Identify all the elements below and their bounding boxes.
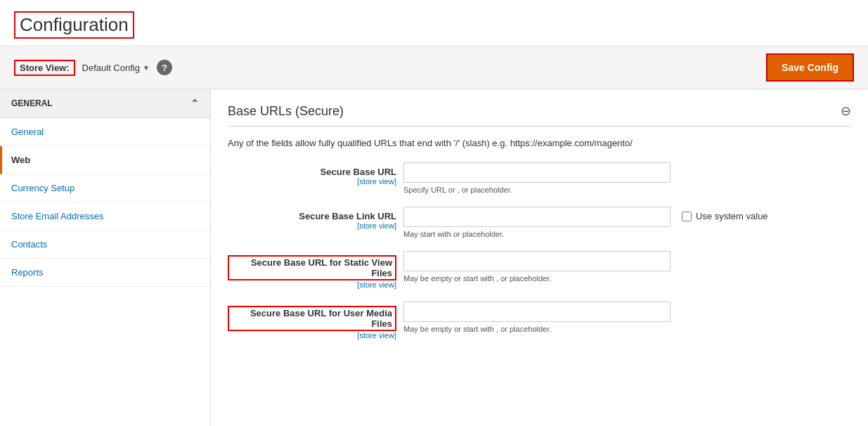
field-control-group: Specify URL or , or placeholder.	[403, 162, 851, 194]
store-view-dropdown[interactable]: Default Config ▼	[82, 63, 150, 73]
page-header: Configuration	[0, 0, 868, 46]
secure-base-url-input[interactable]	[403, 162, 671, 183]
sidebar-item-web[interactable]: Web	[0, 146, 210, 174]
sidebar-item-label: General	[11, 127, 44, 137]
secure-base-url-static-input[interactable]	[403, 251, 671, 271]
secure-base-link-url-input[interactable]	[403, 207, 671, 227]
sidebar-item-label: Contacts	[11, 239, 47, 250]
help-icon[interactable]: ?	[157, 60, 172, 75]
field-hint: May be empty or start with , or placehol…	[403, 274, 851, 283]
sidebar-item-currency-setup[interactable]: Currency Setup	[0, 174, 210, 202]
field-secure-base-url-static: Secure Base URL for Static View Files [s…	[228, 251, 851, 289]
sidebar-item-label: Currency Setup	[11, 183, 75, 193]
content-area: Base URLs (Secure) ⊖ Any of the fields a…	[211, 89, 868, 426]
field-sub-label: [store view]	[228, 221, 396, 230]
sidebar-item-label: Reports	[11, 267, 44, 278]
sidebar-section-general[interactable]: GENERAL ⌃	[0, 89, 210, 118]
secure-base-url-media-input[interactable]	[403, 302, 671, 322]
use-system-value-checkbox[interactable]	[682, 212, 692, 221]
field-sub-label: [store view]	[228, 177, 396, 186]
store-view-label: Store View:	[14, 60, 75, 76]
field-label-group: Secure Base Link URL [store view]	[228, 207, 396, 230]
main-content: GENERAL ⌃ General Web Currency Setup Sto…	[0, 89, 868, 426]
field-sub-label: [store view]	[228, 280, 396, 289]
field-secure-base-url-media: Secure Base URL for User Media Files [st…	[228, 302, 851, 340]
field-secure-base-link-url: Secure Base Link URL [store view] May st…	[228, 207, 851, 238]
field-control-group: May be empty or start with , or placehol…	[403, 302, 851, 333]
use-system-value-option: Use system value	[682, 207, 768, 221]
collapse-button[interactable]: ⊖	[841, 103, 851, 119]
page-title: Configuration	[14, 11, 134, 39]
section-header: Base URLs (Secure) ⊖	[228, 103, 851, 127]
sidebar-item-label: Store Email Addresses	[11, 211, 104, 221]
sidebar-section-label: GENERAL	[11, 98, 53, 108]
toolbar: Store View: Default Config ▼ ? Save Conf…	[0, 46, 868, 89]
sidebar-item-store-email-addresses[interactable]: Store Email Addresses	[0, 202, 210, 231]
field-row-with-side: May start with or placeholder. Use syste…	[403, 207, 768, 238]
field-control-group: May be empty or start with , or placehol…	[403, 251, 851, 283]
field-label-group: Secure Base URL [store view]	[228, 162, 396, 186]
section-description: Any of the fields allow fully qualified …	[228, 138, 851, 148]
field-sub-label: [store view]	[228, 331, 396, 340]
sidebar-item-label: Web	[11, 155, 30, 165]
sidebar: GENERAL ⌃ General Web Currency Setup Sto…	[0, 89, 211, 426]
field-label-group: Secure Base URL for User Media Files [st…	[228, 302, 396, 340]
field-label-group: Secure Base URL for Static View Files [s…	[228, 251, 396, 289]
chevron-up-icon: ⌃	[190, 98, 199, 109]
field-label: Secure Base Link URL	[228, 211, 396, 221]
field-hint: Specify URL or , or placeholder.	[403, 186, 851, 194]
section-title: Base URLs (Secure)	[228, 104, 344, 119]
field-control-group: May start with or placeholder.	[403, 207, 671, 238]
save-config-button[interactable]: Save Config	[766, 53, 854, 82]
chevron-down-icon: ▼	[143, 64, 150, 72]
sidebar-item-general[interactable]: General	[0, 118, 210, 146]
sidebar-item-reports[interactable]: Reports	[0, 259, 210, 287]
use-system-value-label: Use system value	[696, 211, 768, 221]
field-hint: May be empty or start with , or placehol…	[403, 325, 851, 333]
store-view-value: Default Config	[82, 63, 140, 73]
field-label: Secure Base URL for Static View Files	[228, 255, 396, 280]
field-hint: May start with or placeholder.	[403, 230, 671, 238]
field-label: Secure Base URL for User Media Files	[228, 306, 396, 331]
sidebar-item-contacts[interactable]: Contacts	[0, 231, 210, 259]
field-secure-base-url: Secure Base URL [store view] Specify URL…	[228, 162, 851, 194]
field-label: Secure Base URL	[228, 167, 396, 177]
